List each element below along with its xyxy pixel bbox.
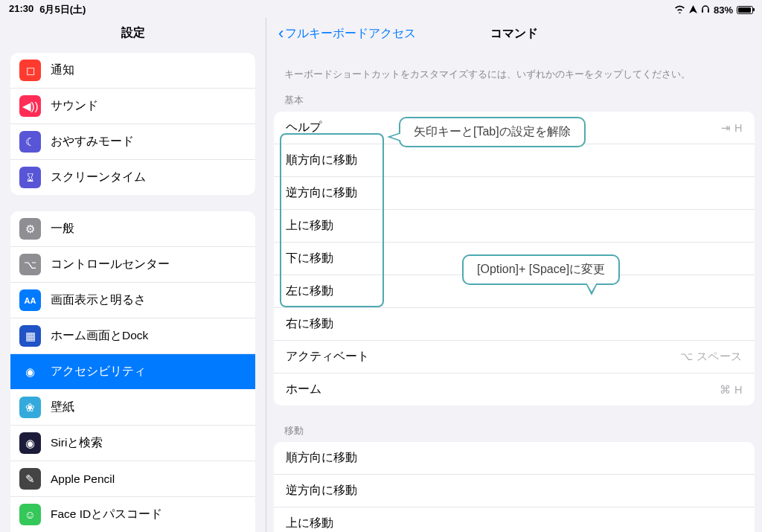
command-label: ホーム	[286, 382, 321, 397]
chevron-left-icon: ‹	[278, 25, 284, 42]
siri-icon: ◉	[19, 432, 41, 454]
status-time: 21:30	[9, 3, 33, 16]
command-label: 上に移動	[286, 218, 333, 234]
battery-percent: 83%	[714, 4, 733, 16]
sidebar-item-label: コントロールセンター	[51, 257, 170, 272]
status-bar: 21:30 6月5日(土) 83%	[0, 0, 762, 18]
status-date: 6月5日(土)	[39, 3, 86, 16]
hourglass-icon: ⌛︎	[19, 167, 41, 188]
wifi-icon	[674, 4, 685, 16]
sidebar-item-label: アクセシビリティ	[51, 364, 146, 379]
sidebar-item-label: スクリーンタイム	[51, 170, 146, 185]
gear-icon: ⚙	[19, 218, 41, 240]
detail-pane: ‹ フルキーボードアクセス コマンド キーボードショートカットをカスタマイズする…	[266, 18, 762, 532]
annotation-callout-2: [Option]+ [Space]に変更	[462, 254, 620, 285]
sliders-icon: ⌥	[19, 254, 41, 275]
command-label: 順方向に移動	[286, 450, 357, 466]
sidebar-item-sliders[interactable]: ⌥コントロールセンター	[10, 246, 255, 282]
sidebar-item-label: 画面表示と明るさ	[51, 292, 146, 308]
command-label: 順方向に移動	[286, 153, 357, 168]
back-button[interactable]: ‹ フルキーボードアクセス	[278, 25, 416, 42]
grid-icon: ▦	[19, 325, 41, 347]
command-label: アクティベート	[286, 349, 369, 365]
command-shortcut: ⇥ H	[721, 122, 743, 134]
command-label: 下に移動	[286, 251, 333, 266]
sidebar-item-grid[interactable]: ▦ホーム画面とDock	[10, 318, 255, 353]
sidebar-item-label: Apple Pencil	[51, 472, 115, 486]
svg-rect-1	[708, 10, 709, 13]
command-label: 左に移動	[286, 283, 333, 299]
sidebar-item-gear[interactable]: ⚙一般	[10, 211, 255, 246]
sidebar-item-label: Siriと検索	[51, 435, 103, 451]
sidebar-item-label: 通知	[51, 63, 74, 78]
sidebar-item-label: サウンド	[51, 98, 98, 114]
command-label: ヘルプ	[286, 120, 321, 135]
sidebar-item-pencil[interactable]: ✎Apple Pencil	[10, 461, 255, 496]
command-row[interactable]: 逆方向に移動	[274, 474, 755, 507]
wallpaper-icon: ❀	[19, 397, 41, 418]
sidebar-item-accessibility[interactable]: ◉アクセシビリティ	[10, 353, 255, 389]
svg-rect-0	[702, 10, 703, 13]
command-row[interactable]: 順方向に移動	[274, 442, 755, 474]
sidebar-item-wallpaper[interactable]: ❀壁紙	[10, 389, 255, 425]
sidebar-title: 設定	[0, 18, 266, 53]
command-label: 逆方向に移動	[286, 185, 357, 201]
command-row[interactable]: 逆方向に移動	[274, 176, 755, 209]
sidebar-item-label: Face IDとパスコード	[51, 507, 162, 522]
battery-icon	[737, 6, 753, 14]
text-size-icon: AA	[19, 289, 41, 311]
command-shortcut: ⌥ スペース	[680, 350, 743, 364]
command-row[interactable]: 順方向に移動	[274, 144, 755, 176]
sidebar-item-label: 壁紙	[51, 400, 74, 415]
customization-hint: キーボードショートカットをカスタマイズするには、いずれかのキーをタップしてくださ…	[266, 54, 762, 94]
sidebar-item-hourglass[interactable]: ⌛︎スクリーンタイム	[10, 159, 255, 195]
command-row[interactable]: アクティベート⌥ スペース	[274, 340, 755, 373]
back-label: フルキーボードアクセス	[285, 26, 416, 42]
sidebar-item-siri[interactable]: ◉Siriと検索	[10, 425, 255, 461]
command-label: 上に移動	[286, 516, 333, 531]
bell-icon: ◻︎	[19, 60, 41, 81]
sidebar-item-text-size[interactable]: AA画面表示と明るさ	[10, 282, 255, 318]
command-label: 逆方向に移動	[286, 483, 357, 499]
annotation-callout-1: 矢印キーと[Tab]の設定を解除	[399, 117, 586, 147]
sidebar-item-bell[interactable]: ◻︎通知	[10, 53, 255, 88]
headphones-icon	[701, 4, 710, 16]
moon-icon: ☾	[19, 131, 41, 153]
command-row[interactable]: ホーム⌘ H	[274, 373, 755, 406]
command-row[interactable]: 上に移動	[274, 507, 755, 532]
settings-sidebar: 設定 ◻︎通知◀︎))サウンド☾おやすみモード⌛︎スクリーンタイム⚙一般⌥コント…	[0, 18, 266, 532]
location-icon	[689, 4, 697, 16]
section-header: 基本	[266, 94, 762, 112]
command-shortcut: ⌘ H	[720, 384, 743, 396]
sidebar-item-moon[interactable]: ☾おやすみモード	[10, 124, 255, 159]
faceid-icon: ☺︎	[19, 504, 41, 525]
command-row[interactable]: 右に移動	[274, 307, 755, 340]
sidebar-item-label: おやすみモード	[51, 134, 134, 150]
sidebar-item-faceid[interactable]: ☺︎Face IDとパスコード	[10, 496, 255, 532]
accessibility-icon: ◉	[19, 361, 41, 382]
sidebar-item-label: 一般	[51, 221, 74, 237]
pencil-icon: ✎	[19, 468, 41, 490]
speaker-icon: ◀︎))	[19, 95, 41, 117]
sidebar-item-label: ホーム画面とDock	[51, 328, 148, 344]
command-row[interactable]: 上に移動	[274, 209, 755, 242]
section-header: 移動	[266, 406, 762, 442]
command-label: 右に移動	[286, 316, 333, 332]
sidebar-item-speaker[interactable]: ◀︎))サウンド	[10, 88, 255, 124]
